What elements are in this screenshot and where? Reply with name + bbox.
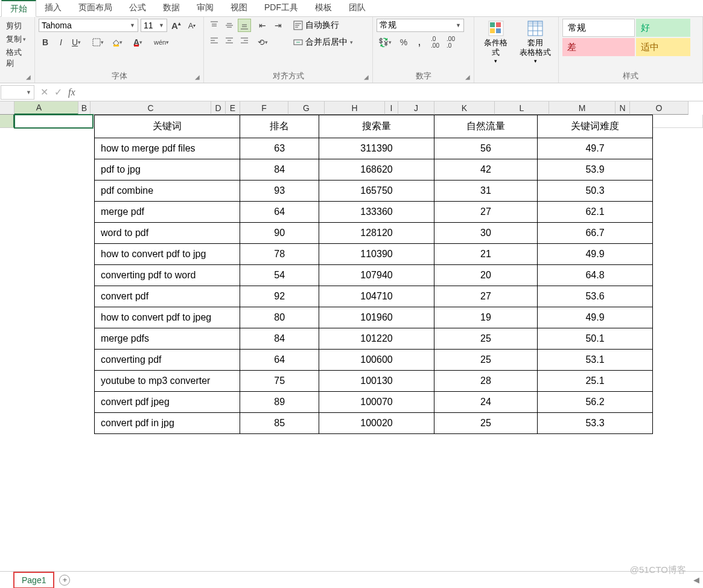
column-header-L[interactable]: L [495,101,549,115]
table-cell[interactable]: 78 [240,244,319,265]
column-headers[interactable]: ABCDEFGHIJKLMNO [0,101,689,115]
table-cell[interactable]: 27 [434,286,538,307]
table-cell[interactable]: 90 [240,223,319,244]
table-cell[interactable]: 133360 [319,202,434,223]
table-cell[interactable]: 104710 [319,286,434,307]
table-cell[interactable]: 50.1 [537,328,652,350]
table-cell[interactable]: 168620 [319,159,434,181]
table-cell[interactable]: 101960 [319,307,434,328]
cell[interactable] [14,115,93,128]
cell[interactable] [644,115,703,128]
tab-1[interactable]: 插入 [36,0,70,16]
table-cell[interactable]: 89 [240,392,319,413]
italic-button[interactable]: I [54,36,68,49]
table-cell[interactable]: word to pdf [95,223,240,244]
table-cell[interactable]: pdf to jpg [95,159,240,181]
table-cell[interactable]: 20 [434,265,538,286]
table-cell[interactable]: youtube to mp3 converter [95,371,240,392]
style-normal[interactable]: 常规 [562,19,635,37]
clipboard-dialog-launcher[interactable]: ◢ [26,74,31,80]
format-painter-button[interactable]: 格式刷 [5,46,30,69]
table-cell[interactable]: 49.7 [537,138,652,159]
table-cell[interactable]: convert pdf in jpg [95,413,240,434]
table-cell[interactable]: 25 [434,328,538,350]
table-cell[interactable]: 80 [240,307,319,328]
tab-6[interactable]: 视图 [222,0,256,16]
font-color-button[interactable]: A [132,36,150,49]
table-cell[interactable]: 85 [240,413,319,434]
formula-input[interactable] [81,85,703,100]
table-cell[interactable]: 100070 [319,392,434,413]
column-header-K[interactable]: K [434,101,495,115]
column-header-D[interactable]: D [211,101,226,115]
orientation-button[interactable]: ⟲ [256,36,274,49]
fill-color-button[interactable]: ◇ [111,36,129,49]
align-bottom-button[interactable] [238,19,251,32]
table-cell[interactable]: 25 [434,350,538,371]
comma-button[interactable]: , [413,36,426,49]
font-name-combo[interactable]: ▼ [39,19,138,32]
sheet-tab-page1[interactable]: Page1 [13,572,54,589]
table-format-button[interactable]: 套用 表格格式▾ [516,19,555,66]
table-cell[interactable]: 100020 [319,413,434,434]
column-header-E[interactable]: E [226,101,240,115]
table-cell[interactable]: 84 [240,328,319,350]
number-dialog-launcher[interactable]: ◢ [465,74,470,80]
increase-decimal-button[interactable]: .0.00 [428,36,442,49]
align-middle-button[interactable] [223,19,236,32]
table-cell[interactable]: merge pdfs [95,328,240,350]
column-header-F[interactable]: F [240,101,288,115]
column-header-H[interactable]: H [325,101,385,115]
table-cell[interactable]: 56.2 [537,392,652,413]
table-cell[interactable]: 100130 [319,371,434,392]
table-cell[interactable]: 63 [240,138,319,159]
table-cell[interactable]: 84 [240,159,319,181]
column-header-O[interactable]: O [630,101,689,115]
table-cell[interactable]: 64 [240,350,319,371]
column-header-N[interactable]: N [616,101,630,115]
alignment-dialog-launcher[interactable]: ◢ [364,74,369,80]
row-header-1[interactable] [0,115,14,128]
table-cell[interactable]: 56 [434,138,538,159]
tab-2[interactable]: 页面布局 [70,0,121,16]
table-cell[interactable]: 27 [434,202,538,223]
cell-styles-gallery[interactable]: 常规 好 差 适中 [562,19,690,56]
table-cell[interactable]: 311390 [319,138,434,159]
table-cell[interactable]: pdf combine [95,181,240,202]
phonetic-button[interactable]: wén [152,36,170,49]
table-cell[interactable]: converting pdf to word [95,265,240,286]
table-cell[interactable]: 19 [434,307,538,328]
wrap-text-button[interactable]: 自动换行 [291,19,355,32]
align-top-button[interactable] [208,19,221,32]
table-cell[interactable]: 54 [240,265,319,286]
scroll-left-button[interactable]: ◀ [690,575,703,584]
table-cell[interactable]: how to convert pdf to jpeg [95,307,240,328]
table-cell[interactable]: convert pdf [95,286,240,307]
name-box[interactable]: ▼ [1,85,34,100]
table-cell[interactable]: 75 [240,371,319,392]
table-cell[interactable]: 64 [240,202,319,223]
column-header-J[interactable]: J [398,101,434,115]
table-cell[interactable]: how to merge pdf files [95,138,240,159]
decrease-font-button[interactable]: A▾ [185,19,199,32]
tab-8[interactable]: 模板 [307,0,340,16]
table-cell[interactable]: merge pdf [95,202,240,223]
select-all-corner[interactable] [0,101,14,115]
align-center-button[interactable] [223,34,236,47]
table-cell[interactable]: 62.1 [537,202,652,223]
decrease-decimal-button[interactable]: .00.0 [444,36,457,49]
font-size-combo[interactable]: ▼ [141,19,167,32]
table-cell[interactable]: 100600 [319,350,434,371]
table-cell[interactable]: 25.1 [537,371,652,392]
accounting-format-button[interactable]: 💱 [377,36,395,49]
font-dialog-launcher[interactable]: ◢ [195,74,200,80]
column-header-C[interactable]: C [91,101,211,115]
column-header-G[interactable]: G [288,101,325,115]
enter-icon[interactable]: ✓ [54,86,62,98]
column-header-M[interactable]: M [549,101,616,115]
table-cell[interactable]: 64.8 [537,265,652,286]
column-header-B[interactable]: B [78,101,91,115]
table-cell[interactable]: convert pdf jpeg [95,392,240,413]
style-bad[interactable]: 差 [562,38,635,56]
fx-icon[interactable]: fx [68,87,75,98]
